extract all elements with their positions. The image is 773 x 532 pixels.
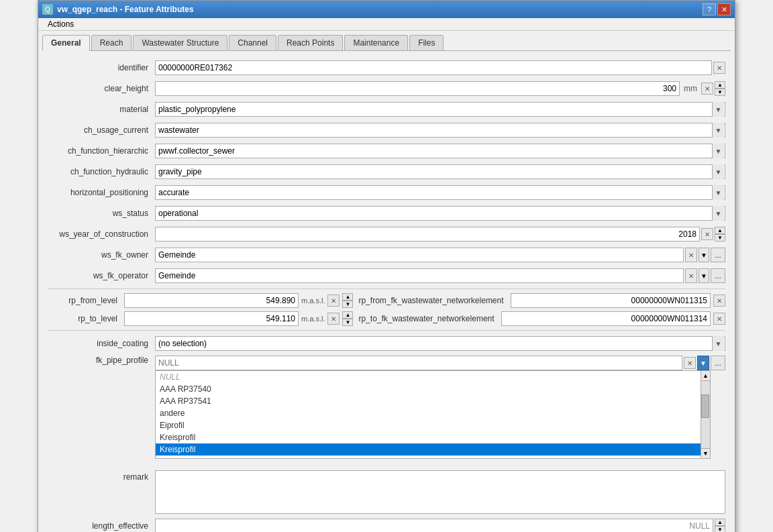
scroll-down-btn[interactable]: ▼ <box>701 448 710 458</box>
rp-from-level-spin-down[interactable]: ▼ <box>342 301 353 308</box>
horizontal-positioning-label: horizontal_positioning <box>48 188 155 197</box>
rp-to-level-input[interactable] <box>124 311 299 326</box>
length-effective-spin-down[interactable]: ▼ <box>715 526 725 532</box>
ws-fk-operator-dropdown-button[interactable]: ▼ <box>699 268 709 283</box>
rp-from-level-unit: m.a.s.l. <box>301 297 325 305</box>
fk-pipe-profile-combo: ✕ ▼ … <box>155 356 725 370</box>
rp-to-fk-input[interactable] <box>501 311 711 326</box>
ws-year-input[interactable] <box>155 227 700 242</box>
rp-from-level-spin-up[interactable]: ▲ <box>342 293 353 301</box>
rp-to-level-spin-down[interactable]: ▼ <box>342 319 353 326</box>
clear-height-clear-button[interactable]: ✕ <box>701 83 713 95</box>
rp-from-level-clear[interactable]: ✕ <box>327 295 340 307</box>
dropdown-item-kreisprofil-1[interactable]: Kreisprofil <box>156 431 701 443</box>
ws-fk-owner-label: ws_fk_owner <box>48 250 155 260</box>
remark-row: remark <box>48 470 725 514</box>
rp-to-level-spin-up[interactable]: ▲ <box>342 311 353 319</box>
ch-usage-current-row: ch_usage_current wastewater stormwater c… <box>48 121 725 139</box>
ch-usage-current-label: ch_usage_current <box>48 125 155 135</box>
rp-from-fk-clear[interactable]: ✕ <box>713 295 725 307</box>
ws-year-input-group: ✕ ▲ ▼ <box>155 227 725 242</box>
ws-year-row: ws_year_of_construction ✕ ▲ ▼ <box>48 225 725 243</box>
fk-pipe-profile-input[interactable] <box>155 356 682 370</box>
inside-coating-control: (no selection) coated uncoated ▼ <box>155 336 725 351</box>
inside-coating-select[interactable]: (no selection) coated uncoated <box>155 336 725 351</box>
rp-to-level-clear[interactable]: ✕ <box>327 313 340 325</box>
tab-general[interactable]: General <box>42 35 90 51</box>
identifier-row: identifier ✕ <box>48 59 725 76</box>
ws-fk-operator-fk-row: ✕ ▼ … <box>155 268 725 283</box>
help-button[interactable]: ? <box>703 3 716 15</box>
ws-fk-operator-control: ✕ ▼ … <box>155 268 725 283</box>
ws-fk-owner-control: ✕ ▼ … <box>155 248 725 262</box>
length-effective-spin-up[interactable]: ▲ <box>715 519 725 526</box>
dropdown-item-aaa37540[interactable]: AAA RP37540 <box>156 383 701 395</box>
scroll-thumb[interactable] <box>701 394 709 418</box>
tab-files[interactable]: Files <box>409 35 444 50</box>
ch-usage-current-select[interactable]: wastewater stormwater combined <box>155 123 725 138</box>
tab-channel[interactable]: Channel <box>229 35 276 50</box>
ws-fk-owner-dropdown-button[interactable]: ▼ <box>699 248 709 262</box>
material-control: plastic_polypropylene concrete steel ▼ <box>155 102 725 117</box>
rp-from-level-col: rp_from_level m.a.s.l. ✕ ▲ ▼ <box>48 293 353 308</box>
rp-from-level-label: rp_from_level <box>48 296 121 305</box>
ws-fk-operator-input[interactable] <box>155 268 684 283</box>
fk-pipe-profile-clear[interactable]: ✕ <box>684 357 696 369</box>
ws-year-spin-up[interactable]: ▲ <box>715 227 725 234</box>
material-select[interactable]: plastic_polypropylene concrete steel <box>155 102 725 117</box>
ws-fk-owner-browse-button[interactable]: … <box>711 248 725 262</box>
ws-year-spin-down[interactable]: ▼ <box>715 234 725 242</box>
clear-height-spin-up[interactable]: ▲ <box>715 81 725 89</box>
dropdown-item-kreisprofil-selected[interactable]: Kreisprofil <box>156 443 701 456</box>
close-button[interactable]: ✕ <box>717 3 731 15</box>
ws-status-select[interactable]: operational decommissioned planned <box>155 206 725 221</box>
ch-function-hierarchic-select-wrapper: pwwf.collector_sewer pwwf.main_sewer ▼ <box>155 144 725 158</box>
rp-from-fk-col: rp_from_fk_wastewater_networkelement ✕ <box>358 293 725 308</box>
clear-height-input[interactable] <box>155 81 680 96</box>
identifier-clear-button[interactable]: ✕ <box>713 62 725 74</box>
divider-1 <box>48 288 725 289</box>
dropdown-item-null[interactable]: NULL <box>156 371 701 383</box>
scroll-up-btn[interactable]: ▲ <box>701 371 710 381</box>
ws-fk-owner-fk-row: ✕ ▼ … <box>155 248 725 262</box>
remark-input[interactable] <box>155 470 725 514</box>
menu-bar: Actions <box>38 18 735 31</box>
inside-coating-label: inside_coating <box>48 339 155 348</box>
ch-usage-current-select-wrapper: wastewater stormwater combined ▼ <box>155 123 725 138</box>
tab-reach[interactable]: Reach <box>91 35 132 50</box>
length-effective-input[interactable] <box>155 519 713 532</box>
main-window: Q vw_qgep_reach - Feature Attributes ? ✕… <box>38 0 735 532</box>
dropdown-item-maulprofil[interactable]: Maulprofil <box>156 456 701 458</box>
divider-2 <box>48 330 725 331</box>
ws-fk-owner-input[interactable] <box>155 248 684 262</box>
actions-menu[interactable]: Actions <box>44 18 78 30</box>
fk-pipe-profile-dropdown-btn[interactable]: ▼ <box>697 356 709 370</box>
ch-function-hierarchic-control: pwwf.collector_sewer pwwf.main_sewer ▼ <box>155 144 725 158</box>
rp-from-fk-input[interactable] <box>511 293 711 308</box>
rp-from-level-input[interactable] <box>124 293 299 308</box>
rp-row-2: rp_to_level m.a.s.l. ✕ ▲ ▼ rp_to_fk_wast… <box>48 311 725 326</box>
rp-from-level-spinners: ▲ ▼ <box>342 293 353 308</box>
remark-label: remark <box>48 470 155 514</box>
ws-year-clear-button[interactable]: ✕ <box>701 228 713 240</box>
ch-function-hydraulic-select[interactable]: gravity_pipe pressure_pipe <box>155 164 725 179</box>
tab-wastewater-structure[interactable]: Wastewater Structure <box>133 35 227 50</box>
tab-maintenance[interactable]: Maintenance <box>344 35 408 50</box>
identifier-input[interactable] <box>155 60 712 75</box>
dropdown-item-eiprofil[interactable]: Eiprofil <box>156 419 701 431</box>
horizontal-positioning-select[interactable]: accurate inaccurate unknown <box>155 185 725 200</box>
dropdown-item-aaa37541[interactable]: AAA RP37541 <box>156 395 701 407</box>
clear-height-spin-down[interactable]: ▼ <box>715 89 725 96</box>
ws-fk-owner-clear-button[interactable]: ✕ <box>685 248 697 262</box>
rp-to-fk-clear[interactable]: ✕ <box>713 313 725 325</box>
identifier-control: ✕ <box>155 60 725 75</box>
tab-reach-points[interactable]: Reach Points <box>278 35 343 50</box>
inside-coating-row: inside_coating (no selection) coated unc… <box>48 335 725 352</box>
ch-function-hydraulic-label: ch_function_hydraulic <box>48 167 155 176</box>
dropdown-item-andere[interactable]: andere <box>156 407 701 419</box>
rp-to-fk-label: rp_to_fk_wastewater_networkelement <box>358 314 498 323</box>
ws-fk-operator-browse-button[interactable]: … <box>711 268 725 283</box>
ws-fk-operator-clear-button[interactable]: ✕ <box>685 268 697 283</box>
ch-function-hierarchic-select[interactable]: pwwf.collector_sewer pwwf.main_sewer <box>155 144 725 158</box>
fk-pipe-profile-browse-btn[interactable]: … <box>711 356 725 370</box>
